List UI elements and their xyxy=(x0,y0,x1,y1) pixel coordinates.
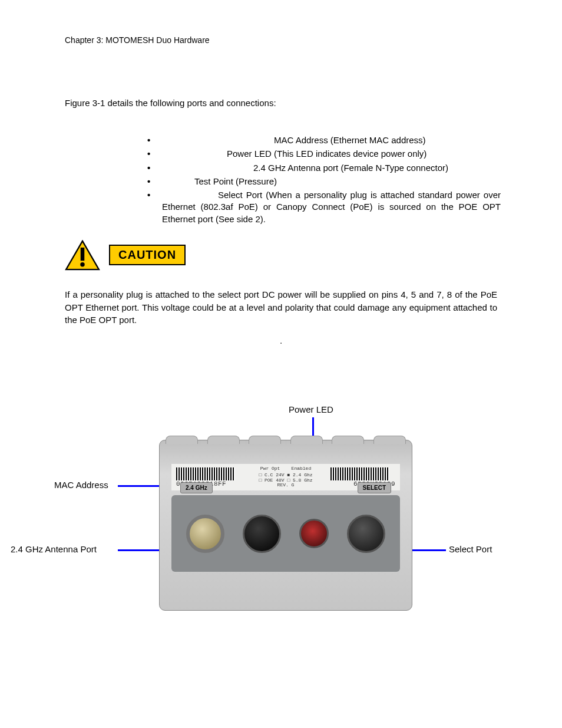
stray-period: . xyxy=(65,335,497,345)
barcode-icon xyxy=(330,467,389,480)
callout-power-led: Power LED xyxy=(289,404,333,414)
power-led-indicator xyxy=(299,519,329,548)
chapter-header: Chapter 3: MOTOMESH Duo Hardware xyxy=(65,35,497,45)
list-item: MAC Address (Ethernet MAC address) xyxy=(147,134,501,146)
warning-triangle-icon xyxy=(65,240,100,271)
caution-row: CAUTION xyxy=(65,240,497,271)
list-item-text: 2.4 GHz Antenna port (Female N-Type conn… xyxy=(253,163,448,173)
port-badge-select: SELECT xyxy=(358,482,391,493)
caution-body-text: If a personality plug is attached to the… xyxy=(65,288,497,327)
figure-3-1: Power LED MAC Address 2.4 GHz Antenna Po… xyxy=(65,404,497,652)
list-item-text: MAC Address (Ethernet MAC address) xyxy=(274,135,426,145)
list-item: 2.4 GHz Antenna port (Female N-Type conn… xyxy=(147,162,501,174)
select-port-connector xyxy=(347,515,385,553)
antenna-connector xyxy=(186,515,224,553)
list-item-text: Power LED (This LED indicates device pow… xyxy=(227,149,427,159)
barcode-icon xyxy=(176,467,235,480)
svg-rect-1 xyxy=(81,248,85,261)
device-port-row: 2.4 GHz SELECT xyxy=(171,495,400,572)
device-enclosure: 0005120C18FF Pwr Opt Enabled □ C.C 24V ■… xyxy=(159,440,412,611)
list-item-text: Test Point (Pressure) xyxy=(194,176,277,186)
device-top-ridges xyxy=(166,436,406,444)
list-item: Power LED (This LED indicates device pow… xyxy=(147,148,501,160)
list-item-text: Select Port (When a personality plug is … xyxy=(162,190,501,224)
ports-list: MAC Address (Ethernet MAC address) Power… xyxy=(147,134,501,225)
list-item: Select Port (When a personality plug is … xyxy=(147,189,501,225)
test-point-connector xyxy=(243,515,281,553)
caution-label-box: CAUTION xyxy=(109,245,186,265)
callout-antenna-port: 2.4 GHz Antenna Port xyxy=(11,544,97,554)
svg-point-2 xyxy=(80,262,84,266)
port-badge-24ghz: 2.4 GHz xyxy=(180,482,213,493)
device-label-mid: Pwr Opt Enabled □ C.C 24V ■ 2.4 Ghz □ PO… xyxy=(241,466,330,488)
intro-text: Figure 3-1 details the following ports a… xyxy=(65,98,497,108)
callout-select-port: Select Port xyxy=(449,544,492,554)
list-item: Test Point (Pressure) xyxy=(147,176,501,187)
callout-mac-address: MAC Address xyxy=(54,480,108,490)
